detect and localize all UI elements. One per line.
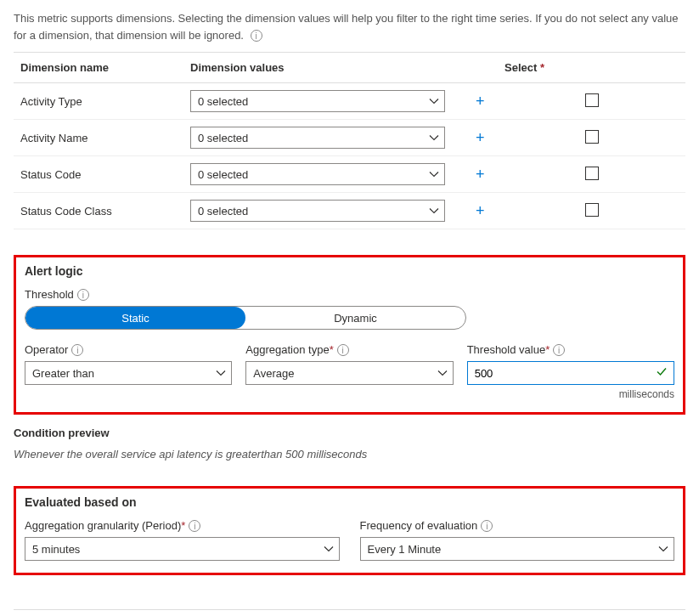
- alert-logic-title: Alert logic: [25, 264, 674, 278]
- chevron-down-icon: [216, 368, 226, 378]
- condition-preview-text: Whenever the overall service api latency…: [14, 448, 685, 461]
- aggregation-type-select[interactable]: Average: [245, 361, 453, 385]
- table-row: Status Code Class0 selected+: [14, 193, 685, 229]
- table-row: Activity Type0 selected+: [14, 83, 685, 120]
- dimension-values-select[interactable]: 0 selected: [190, 200, 445, 222]
- col-select: Select *: [498, 53, 685, 83]
- chevron-down-icon: [658, 544, 668, 554]
- dimension-name-cell: Activity Name: [14, 120, 183, 156]
- info-icon[interactable]: i: [481, 520, 493, 532]
- threshold-unit: milliseconds: [467, 388, 674, 400]
- add-dimension-button[interactable]: +: [471, 166, 490, 184]
- info-icon[interactable]: i: [553, 344, 565, 356]
- col-dimension-name: Dimension name: [14, 53, 183, 83]
- aggregation-type-label: Aggregation type * i: [245, 343, 453, 356]
- dimension-values-select[interactable]: 0 selected: [190, 163, 445, 185]
- alert-logic-section: Alert logic Threshold i Static Dynamic O…: [14, 255, 685, 415]
- footer: Done: [14, 609, 685, 616]
- select-checkbox[interactable]: [585, 203, 599, 217]
- period-select[interactable]: 5 minutes: [25, 537, 340, 561]
- toggle-static[interactable]: Static: [25, 307, 245, 329]
- chevron-down-icon: [429, 169, 439, 179]
- threshold-toggle: Static Dynamic: [25, 306, 466, 330]
- threshold-value-input[interactable]: [467, 361, 674, 385]
- dimensions-table: Dimension name Dimension values Select *…: [14, 52, 685, 229]
- dimension-values-select[interactable]: 0 selected: [190, 127, 445, 149]
- frequency-select[interactable]: Every 1 Minute: [360, 537, 675, 561]
- chevron-down-icon: [429, 206, 439, 216]
- chevron-down-icon: [324, 544, 334, 554]
- select-checkbox[interactable]: [585, 167, 599, 180]
- info-icon[interactable]: i: [251, 30, 262, 42]
- toggle-dynamic[interactable]: Dynamic: [245, 307, 465, 329]
- condition-preview-title: Condition preview: [14, 427, 685, 439]
- add-dimension-button[interactable]: +: [471, 93, 490, 110]
- add-dimension-button[interactable]: +: [471, 202, 490, 220]
- info-icon[interactable]: i: [337, 344, 349, 356]
- check-icon: [656, 366, 668, 381]
- select-checkbox[interactable]: [585, 130, 599, 144]
- intro-text: This metric supports dimensions. Selecti…: [14, 10, 685, 43]
- chevron-down-icon: [429, 133, 439, 143]
- operator-label: Operator i: [25, 343, 232, 356]
- dimension-name-cell: Status Code: [14, 156, 183, 193]
- dimension-name-cell: Status Code Class: [14, 193, 183, 229]
- info-icon[interactable]: i: [189, 520, 200, 532]
- threshold-value-label: Threshold value * i: [467, 343, 674, 356]
- select-checkbox[interactable]: [585, 93, 599, 107]
- evaluated-based-on-section: Evaluated based on Aggregation granulari…: [14, 486, 685, 575]
- threshold-label: Threshold i: [25, 288, 674, 301]
- frequency-label: Frequency of evaluation i: [360, 519, 675, 532]
- dimension-name-cell: Activity Type: [14, 83, 183, 120]
- add-dimension-button[interactable]: +: [471, 129, 490, 147]
- dimension-values-select[interactable]: 0 selected: [190, 90, 445, 112]
- col-dimension-values: Dimension values: [183, 53, 464, 83]
- period-label: Aggregation granularity (Period) * i: [25, 519, 340, 532]
- info-icon[interactable]: i: [71, 344, 83, 356]
- chevron-down-icon: [429, 96, 439, 106]
- table-row: Status Code0 selected+: [14, 156, 685, 193]
- operator-select[interactable]: Greater than: [25, 361, 232, 385]
- evaluated-title: Evaluated based on: [25, 495, 674, 509]
- chevron-down-icon: [437, 368, 448, 378]
- info-icon[interactable]: i: [77, 289, 89, 301]
- table-row: Activity Name0 selected+: [14, 120, 685, 156]
